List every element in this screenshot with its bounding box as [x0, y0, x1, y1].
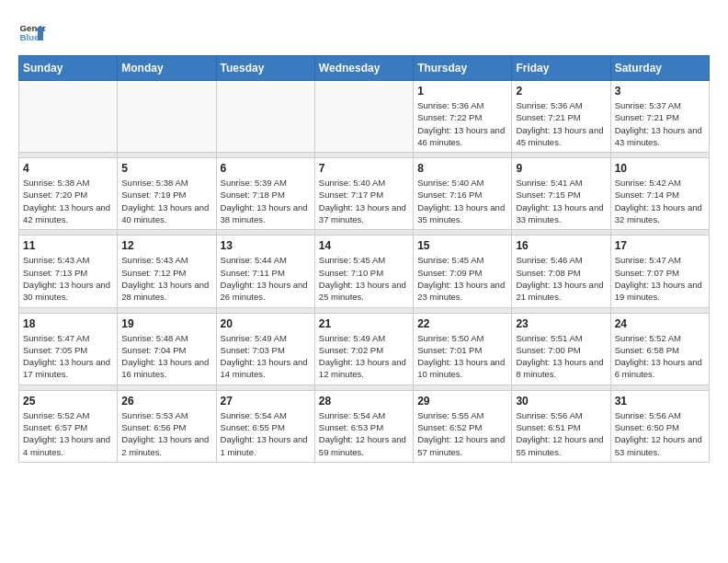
week-row-4: 18Sunrise: 5:47 AMSunset: 7:05 PMDayligh…	[19, 313, 710, 385]
day-info: Sunrise: 5:37 AMSunset: 7:21 PMDaylight:…	[615, 99, 705, 148]
weekday-header-sunday: Sunday	[19, 56, 118, 81]
day-number: 4	[23, 162, 113, 175]
calendar-cell: 26Sunrise: 5:53 AMSunset: 6:56 PMDayligh…	[118, 390, 216, 462]
day-number: 27	[221, 395, 311, 408]
weekday-header-tuesday: Tuesday	[216, 56, 314, 81]
day-number: 5	[121, 162, 211, 175]
calendar-cell	[216, 81, 314, 153]
calendar-cell: 1Sunrise: 5:36 AMSunset: 7:22 PMDaylight…	[414, 81, 512, 153]
day-info: Sunrise: 5:41 AMSunset: 7:15 PMDaylight:…	[516, 177, 606, 225]
day-info: Sunrise: 5:55 AMSunset: 6:52 PMDaylight:…	[417, 409, 507, 458]
day-number: 3	[615, 85, 705, 98]
day-number: 13	[221, 239, 311, 252]
day-info: Sunrise: 5:49 AMSunset: 7:02 PMDaylight:…	[319, 332, 409, 381]
logo-icon: General Blue	[18, 18, 46, 46]
day-number: 24	[615, 317, 705, 330]
day-info: Sunrise: 5:56 AMSunset: 6:50 PMDaylight:…	[615, 409, 705, 458]
day-number: 18	[23, 317, 113, 330]
day-info: Sunrise: 5:44 AMSunset: 7:11 PMDaylight:…	[221, 254, 311, 303]
calendar-cell: 4Sunrise: 5:38 AMSunset: 7:20 PMDaylight…	[19, 158, 118, 230]
day-info: Sunrise: 5:45 AMSunset: 7:10 PMDaylight:…	[319, 254, 409, 303]
day-number: 26	[121, 395, 211, 408]
day-number: 14	[319, 239, 409, 252]
day-info: Sunrise: 5:49 AMSunset: 7:03 PMDaylight:…	[221, 332, 311, 381]
calendar-cell	[118, 81, 216, 153]
day-info: Sunrise: 5:40 AMSunset: 7:17 PMDaylight:…	[319, 177, 409, 225]
weekday-header-wednesday: Wednesday	[314, 56, 413, 81]
day-info: Sunrise: 5:52 AMSunset: 6:57 PMDaylight:…	[23, 409, 113, 458]
day-number: 9	[516, 162, 606, 175]
calendar-cell: 9Sunrise: 5:41 AMSunset: 7:15 PMDaylight…	[512, 158, 610, 230]
calendar-cell: 8Sunrise: 5:40 AMSunset: 7:16 PMDaylight…	[414, 158, 512, 230]
day-info: Sunrise: 5:47 AMSunset: 7:05 PMDaylight:…	[23, 332, 113, 381]
day-number: 6	[221, 162, 311, 175]
week-row-3: 11Sunrise: 5:43 AMSunset: 7:13 PMDayligh…	[19, 236, 710, 307]
calendar-cell: 21Sunrise: 5:49 AMSunset: 7:02 PMDayligh…	[314, 313, 413, 385]
svg-text:Blue: Blue	[20, 32, 40, 42]
day-number: 28	[319, 395, 409, 408]
weekday-header-monday: Monday	[118, 56, 216, 81]
calendar-cell: 18Sunrise: 5:47 AMSunset: 7:05 PMDayligh…	[19, 313, 118, 385]
day-number: 10	[615, 162, 705, 175]
calendar-cell: 11Sunrise: 5:43 AMSunset: 7:13 PMDayligh…	[19, 236, 118, 307]
calendar-cell: 14Sunrise: 5:45 AMSunset: 7:10 PMDayligh…	[314, 236, 413, 307]
calendar-table: SundayMondayTuesdayWednesdayThursdayFrid…	[18, 55, 710, 463]
calendar-cell: 17Sunrise: 5:47 AMSunset: 7:07 PMDayligh…	[610, 236, 709, 307]
weekday-header-saturday: Saturday	[610, 56, 709, 81]
day-info: Sunrise: 5:46 AMSunset: 7:08 PMDaylight:…	[516, 254, 606, 303]
day-info: Sunrise: 5:54 AMSunset: 6:55 PMDaylight:…	[221, 409, 311, 458]
day-info: Sunrise: 5:39 AMSunset: 7:18 PMDaylight:…	[221, 177, 311, 225]
week-row-1: 1Sunrise: 5:36 AMSunset: 7:22 PMDaylight…	[19, 81, 710, 153]
day-number: 19	[121, 317, 211, 330]
calendar-cell: 19Sunrise: 5:48 AMSunset: 7:04 PMDayligh…	[118, 313, 216, 385]
calendar-cell: 29Sunrise: 5:55 AMSunset: 6:52 PMDayligh…	[414, 390, 512, 462]
day-info: Sunrise: 5:51 AMSunset: 7:00 PMDaylight:…	[516, 332, 606, 381]
day-number: 1	[417, 85, 507, 98]
day-number: 31	[615, 395, 705, 408]
day-number: 2	[516, 85, 606, 98]
day-number: 30	[516, 395, 606, 408]
day-number: 8	[417, 162, 507, 175]
calendar-cell: 5Sunrise: 5:38 AMSunset: 7:19 PMDaylight…	[118, 158, 216, 230]
calendar-cell: 6Sunrise: 5:39 AMSunset: 7:18 PMDaylight…	[216, 158, 314, 230]
day-info: Sunrise: 5:53 AMSunset: 6:56 PMDaylight:…	[121, 409, 211, 458]
calendar-cell	[19, 81, 118, 153]
day-info: Sunrise: 5:56 AMSunset: 6:51 PMDaylight:…	[516, 409, 606, 458]
calendar-cell: 27Sunrise: 5:54 AMSunset: 6:55 PMDayligh…	[216, 390, 314, 462]
day-info: Sunrise: 5:40 AMSunset: 7:16 PMDaylight:…	[417, 177, 507, 225]
weekday-header-friday: Friday	[512, 56, 610, 81]
calendar-cell: 15Sunrise: 5:45 AMSunset: 7:09 PMDayligh…	[414, 236, 512, 307]
calendar-cell: 25Sunrise: 5:52 AMSunset: 6:57 PMDayligh…	[19, 390, 118, 462]
day-number: 15	[417, 239, 507, 252]
calendar-cell: 12Sunrise: 5:43 AMSunset: 7:12 PMDayligh…	[118, 236, 216, 307]
day-info: Sunrise: 5:54 AMSunset: 6:53 PMDaylight:…	[319, 409, 409, 458]
day-info: Sunrise: 5:42 AMSunset: 7:14 PMDaylight:…	[615, 177, 705, 225]
calendar-cell: 31Sunrise: 5:56 AMSunset: 6:50 PMDayligh…	[610, 390, 709, 462]
page-header: General Blue	[18, 18, 710, 46]
day-info: Sunrise: 5:43 AMSunset: 7:12 PMDaylight:…	[121, 254, 211, 303]
day-info: Sunrise: 5:43 AMSunset: 7:13 PMDaylight:…	[23, 254, 113, 303]
day-info: Sunrise: 5:52 AMSunset: 6:58 PMDaylight:…	[615, 332, 705, 381]
day-number: 21	[319, 317, 409, 330]
day-number: 29	[417, 395, 507, 408]
calendar-cell: 23Sunrise: 5:51 AMSunset: 7:00 PMDayligh…	[512, 313, 610, 385]
calendar-cell	[314, 81, 413, 153]
day-info: Sunrise: 5:45 AMSunset: 7:09 PMDaylight:…	[417, 254, 507, 303]
day-number: 7	[319, 162, 409, 175]
day-number: 12	[121, 239, 211, 252]
day-info: Sunrise: 5:47 AMSunset: 7:07 PMDaylight:…	[615, 254, 705, 303]
calendar-cell: 28Sunrise: 5:54 AMSunset: 6:53 PMDayligh…	[314, 390, 413, 462]
weekday-header-row: SundayMondayTuesdayWednesdayThursdayFrid…	[19, 56, 710, 81]
day-number: 11	[23, 239, 113, 252]
calendar-cell: 16Sunrise: 5:46 AMSunset: 7:08 PMDayligh…	[512, 236, 610, 307]
logo: General Blue	[18, 18, 46, 46]
day-info: Sunrise: 5:50 AMSunset: 7:01 PMDaylight:…	[417, 332, 507, 381]
day-info: Sunrise: 5:36 AMSunset: 7:21 PMDaylight:…	[516, 99, 606, 148]
day-info: Sunrise: 5:48 AMSunset: 7:04 PMDaylight:…	[121, 332, 211, 381]
day-number: 16	[516, 239, 606, 252]
calendar-cell: 10Sunrise: 5:42 AMSunset: 7:14 PMDayligh…	[610, 158, 709, 230]
week-row-2: 4Sunrise: 5:38 AMSunset: 7:20 PMDaylight…	[19, 158, 710, 230]
day-number: 20	[221, 317, 311, 330]
day-info: Sunrise: 5:38 AMSunset: 7:19 PMDaylight:…	[121, 177, 211, 225]
day-number: 25	[23, 395, 113, 408]
